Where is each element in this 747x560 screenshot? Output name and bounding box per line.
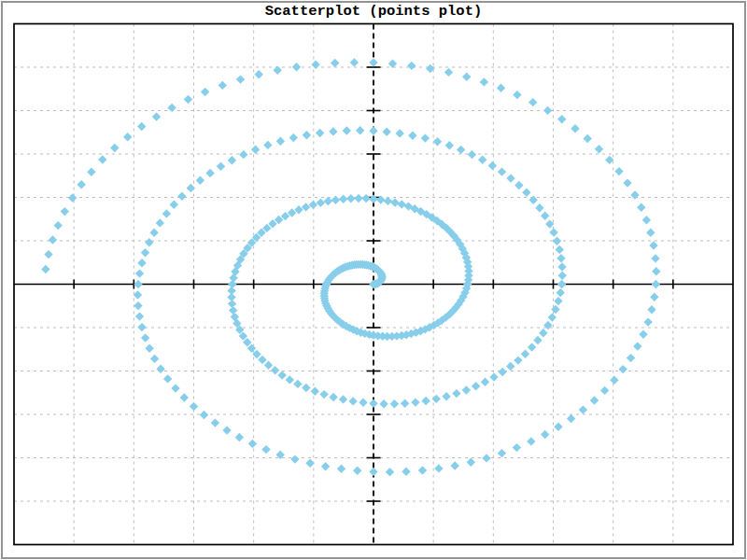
scatter-chart [0,0,747,560]
